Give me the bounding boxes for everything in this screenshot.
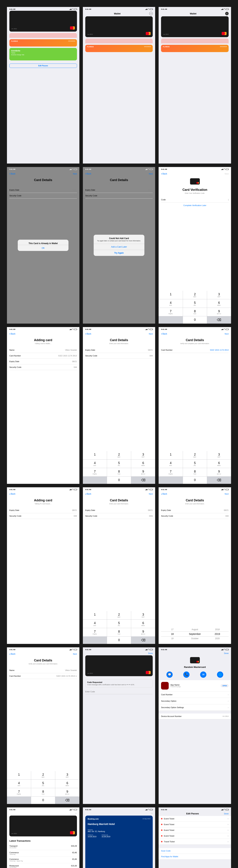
back-button[interactable]: Back (85, 172, 91, 176)
payment-card[interactable]: •••• 2813 (85, 655, 153, 676)
key-4[interactable]: 4GHI (158, 299, 183, 308)
page-title: Card Verification (161, 188, 229, 192)
pass-pink[interactable] (161, 38, 229, 43)
app-icon (161, 682, 169, 689)
action-message-icon[interactable]: 💬 (167, 672, 173, 678)
transaction-row[interactable]: CommerceYesterday€3,45 (9, 850, 77, 857)
payment-card[interactable]: •••• 2813 (161, 16, 229, 37)
grip-icon[interactable]: ≡ (228, 818, 229, 820)
action-mail-icon[interactable]: ✉ (200, 672, 206, 678)
payment-card[interactable]: •••• 2813 (9, 815, 77, 836)
add-later-button[interactable]: Add a Card Later (94, 244, 144, 250)
key-6[interactable]: 6MNO (207, 299, 231, 308)
next-button[interactable]: Next (73, 173, 77, 175)
status-bar: 9:41 AM (83, 7, 155, 11)
scan-code-row[interactable]: Scan Code (158, 848, 231, 854)
transaction-row[interactable]: Restaurant13.10.2019€15,93 (9, 863, 77, 868)
back-button[interactable]: Back (9, 492, 16, 496)
key-9[interactable]: 9WXYZ (207, 308, 231, 316)
adding-card-1: 9:41 AM Back Adding cardAdding Card to W… (7, 327, 80, 484)
status-bar: 9:41 AM (158, 167, 231, 171)
hotel-pass[interactable]: Booking.com14 Sep 2019 Hamburg Marriott … (85, 815, 153, 868)
grip-icon[interactable]: ≡ (228, 824, 229, 826)
grip-icon[interactable]: ≡ (228, 829, 229, 831)
pass-edit-row[interactable]: Event Ticket≡ (158, 833, 231, 839)
payment-card[interactable]: •••• 2813 (9, 11, 77, 32)
pass-orange[interactable]: FLIXBUS24/10/2019 (161, 45, 229, 52)
ok-button[interactable]: OK (18, 245, 69, 251)
numeric-keypad[interactable]: 1 2ABC 3DEF 4GHI 5JKL 6MNO 7PQRS 8TUV 9W… (158, 291, 231, 323)
complete-later-link[interactable]: Complete Verification Later (161, 204, 229, 207)
back-button[interactable]: Back (9, 332, 16, 336)
find-apps-row[interactable]: Find Apps for Wallet (158, 854, 231, 860)
back-button[interactable]: Back (161, 172, 167, 176)
delete-icon[interactable] (161, 841, 162, 842)
key-7[interactable]: 7PQRS (158, 308, 183, 316)
key-backspace[interactable]: ⌫ (207, 316, 231, 323)
pass-orange[interactable]: FLIXBUS24/10/2019 (85, 45, 153, 52)
device-account-row: Device Account Number•••• 2813 (158, 713, 231, 719)
grip-icon[interactable]: ≡ (228, 835, 229, 837)
pass-orange[interactable]: FLIXBUS24/10/2019 (9, 39, 77, 46)
numeric-keypad[interactable]: 12ABC3DEF 4GHI5JKL6MNO 7PQRS8TUV9WXYZ 0⌫ (158, 451, 231, 484)
app-row[interactable]: App NamePowered by AppOPEN (158, 680, 231, 691)
transaction-row[interactable]: Transport15.10.2019€33,29 (9, 843, 77, 850)
done-button[interactable]: Done (148, 652, 153, 654)
modal-could-not-add: Could Not Add Card Try again later or co… (94, 235, 144, 256)
pass-edit-row[interactable]: Event Ticket≡ (158, 816, 231, 822)
key-0[interactable]: 0 (183, 316, 207, 323)
card-details-verify-keypad: 9:41 AM BackNext Card DetailsVerify and … (158, 327, 231, 484)
pass-pink[interactable] (9, 33, 77, 38)
try-again-button[interactable]: Try Again (94, 250, 144, 256)
more-icon[interactable]: ⋯ (75, 812, 77, 814)
card-number-row[interactable]: Card Number (158, 691, 231, 698)
next-button[interactable]: Next (225, 333, 229, 335)
action-web-icon[interactable]: 🌐 (217, 672, 223, 678)
transactions-title: Latest Transactions (9, 840, 77, 842)
secondary-settings-row[interactable]: Secondary Option Settings (158, 704, 231, 711)
done-button[interactable]: Done (224, 813, 229, 815)
grip-icon[interactable]: ≡ (228, 841, 229, 843)
edit-passes-button[interactable]: Edit Passes (9, 64, 77, 68)
payment-card[interactable]: •••• 2813 (85, 16, 153, 37)
status-bar: 9:41 AM (7, 167, 80, 171)
more-icon[interactable]: ⋯ (151, 812, 153, 814)
pass-edit-row[interactable]: Event Ticket≡ (158, 822, 231, 827)
back-button[interactable]: Back (9, 172, 16, 176)
card-details-keypad-2: 9:41 AM BackNext Card DetailsEnter your … (83, 487, 155, 644)
page-title: Adding card (9, 499, 77, 502)
numeric-keypad[interactable]: 12ABC3DEF 4GHI5JKL6MNO 7PQRS8TUV9WXYZ 0⌫ (7, 771, 80, 804)
pass-pink[interactable] (85, 38, 153, 43)
pass-edit-row[interactable]: Travel Ticket≡ (158, 839, 231, 844)
numeric-keypad[interactable]: 12ABC3DEF 4GHI5JKL6MNO 7PQRS8TUV9WXYZ 0⌫ (83, 451, 155, 484)
key-8[interactable]: 8TUV (183, 308, 207, 316)
numeric-keypad[interactable]: 12ABC3DEF 4GHI5JKL6MNO 7PQRS8TUV9WXYZ 0⌫ (83, 611, 155, 644)
add-icon[interactable]: + (149, 12, 153, 15)
delete-icon[interactable] (161, 835, 162, 837)
delete-icon[interactable] (161, 830, 162, 831)
key-1[interactable]: 1 (158, 291, 183, 299)
done-button[interactable]: Done (224, 652, 229, 654)
pass-edit-row[interactable]: Event Ticket≡ (158, 827, 231, 833)
date-picker[interactable]: 171819 AugustSeptemberOctober 2018201920… (158, 624, 231, 644)
next-button[interactable]: Next (149, 173, 153, 175)
delete-icon[interactable] (161, 818, 162, 819)
pass-green[interactable]: eventbriteFabianKrutchen Design Talk (9, 48, 77, 60)
action-call-icon[interactable]: 📞 (183, 672, 189, 678)
transaction-row[interactable]: CommerceYesterday · Apple Pay€3,45 (9, 857, 77, 863)
code-input[interactable] (85, 689, 153, 694)
card-title: Random Mastercard (158, 665, 231, 669)
delete-icon[interactable] (161, 824, 162, 825)
card-details-modal-2: 9:41 AM BackNext Card DetailsEnter your … (83, 167, 155, 323)
key-3[interactable]: 3DEF (207, 291, 231, 299)
status-bar: 9:41 AM (7, 7, 80, 11)
key-2[interactable]: 2ABC (183, 291, 207, 299)
nav-bar: BackNext (83, 171, 155, 177)
back-button[interactable]: Back (85, 332, 91, 336)
key-5[interactable]: 5JKL (183, 299, 207, 308)
card-transactions: 9:41 AM ⋯ •••• 2813 Latest Transactions … (7, 807, 80, 868)
back-button[interactable]: Back (161, 332, 167, 336)
next-button[interactable]: Next (149, 333, 153, 335)
secondary-option-row[interactable]: Secondary Option (158, 698, 231, 704)
add-icon[interactable]: + (225, 12, 229, 15)
